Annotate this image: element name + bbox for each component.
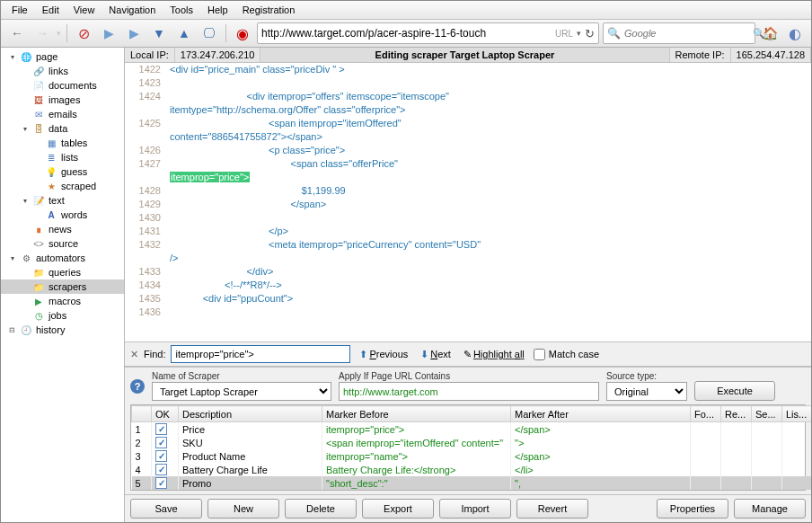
tree-emails[interactable]: ✉emails [1, 107, 124, 121]
find-prev-button[interactable]: ⬆Previous [356, 348, 411, 361]
search-box[interactable]: 🔍 🔍 [603, 22, 755, 44]
code-line[interactable]: itemprop="price"> [170, 171, 250, 184]
ok-checkbox[interactable]: ✓ [155, 450, 167, 462]
ok-checkbox[interactable]: ✓ [155, 423, 167, 435]
ok-checkbox[interactable]: ✓ [155, 464, 167, 475]
grid-header[interactable]: Fo... [691, 406, 721, 422]
url-contains-input[interactable] [339, 382, 599, 401]
url-input[interactable] [261, 27, 552, 40]
tree-automators[interactable]: ▾⚙automators [1, 251, 124, 265]
play2-button[interactable]: ▶ [123, 22, 145, 44]
grid-header[interactable]: Lis... [782, 406, 812, 422]
tree-text[interactable]: ▾📝text [1, 193, 124, 208]
grid-header[interactable]: Marker After [511, 406, 691, 422]
tree-source[interactable]: <>source [1, 236, 124, 251]
menu-file[interactable]: File [4, 3, 35, 17]
revert-button[interactable]: Revert [516, 499, 588, 519]
import-button[interactable]: Import [439, 499, 511, 519]
find-close-icon[interactable]: ✕ [130, 349, 138, 360]
code-line[interactable]: </span> [170, 198, 326, 211]
tree-documents[interactable]: 📄documents [1, 78, 124, 93]
up-button[interactable]: ▲ [173, 22, 195, 44]
table-row[interactable]: 1✓Priceitemprop="price"></span> [132, 422, 812, 437]
app-button[interactable]: ◐ [784, 22, 806, 44]
grid-header[interactable]: OK [152, 406, 179, 422]
manage-button[interactable]: Manage [734, 499, 806, 519]
menu-view[interactable]: View [66, 3, 102, 17]
scraper-name-select[interactable]: Target Laptop Scraper [152, 382, 331, 401]
grid-header[interactable]: Re... [721, 406, 752, 422]
code-line[interactable]: $1,199.99 [170, 184, 346, 198]
url-dropdown-icon[interactable]: ▾ [577, 29, 581, 38]
tree-scrapers[interactable]: 📁scrapers [1, 279, 124, 294]
tree-macros[interactable]: ▶macros [1, 294, 124, 308]
target-button[interactable]: ◉ [232, 22, 253, 44]
tree-guess[interactable]: 💡guess [1, 164, 124, 179]
ok-checkbox[interactable]: ✓ [155, 477, 167, 489]
code-line[interactable]: /> [170, 252, 178, 265]
tree-links[interactable]: 🔗links [1, 64, 124, 78]
back-button[interactable]: ← [6, 22, 28, 44]
grid-header[interactable]: Marker Before [322, 406, 511, 422]
home-button[interactable]: 🏠 [759, 22, 781, 44]
menu-registration[interactable]: Registration [235, 3, 303, 17]
url-box[interactable]: URL ▾ ↻ [257, 22, 599, 44]
match-case-checkbox[interactable]: Match case [534, 349, 599, 360]
forward-button[interactable]: → [31, 22, 53, 44]
tree-toggle-icon[interactable]: ▾ [21, 197, 29, 205]
tree-tables[interactable]: ▦tables [1, 136, 124, 150]
new-button[interactable]: New [207, 499, 279, 519]
highlight-all-button[interactable]: ✎Highlight all [460, 348, 528, 361]
grid-header[interactable]: Description [179, 406, 322, 422]
tree-lists[interactable]: ≣lists [1, 150, 124, 164]
tree-toggle-icon[interactable]: ▾ [8, 53, 16, 61]
table-row[interactable]: 2✓SKU<span itemprop="itemOffered" conten… [132, 436, 812, 449]
save-button[interactable]: Save [130, 499, 202, 519]
code-line[interactable]: <!--/**R8*/--> [170, 279, 282, 292]
find-input[interactable] [171, 345, 350, 363]
tree-scraped[interactable]: ★scraped [1, 179, 124, 193]
code-line[interactable]: </div> [170, 265, 274, 279]
export-button[interactable]: Export [362, 499, 434, 519]
stop-button[interactable]: ⊘ [73, 22, 94, 44]
tree-data[interactable]: ▾🗄data [1, 121, 124, 136]
code-line[interactable]: <p class="price"> [170, 144, 345, 157]
tree-news[interactable]: ∎news [1, 222, 124, 236]
tree-queries[interactable]: 📁queries [1, 265, 124, 279]
search-input[interactable] [624, 28, 749, 39]
menu-help[interactable]: Help [200, 3, 235, 17]
table-row[interactable]: 3✓Product Nameitemprop="name"></span> [132, 449, 812, 463]
code-view[interactable]: 1422<div id="price_main" class="priceDiv… [125, 63, 811, 341]
down-button[interactable]: ▼ [148, 22, 170, 44]
code-line[interactable]: <span itemprop="itemOffered" [170, 117, 402, 130]
menu-edit[interactable]: Edit [35, 3, 66, 17]
tree-words[interactable]: Awords [1, 208, 124, 222]
properties-button[interactable]: Properties [657, 499, 728, 519]
code-line[interactable]: itemtype="http://schema.org/Offer" class… [170, 103, 406, 117]
find-next-button[interactable]: ⬇Next [417, 348, 455, 361]
browser-button[interactable]: 🖵 [199, 22, 220, 44]
code-line[interactable]: <meta itemprop="priceCurrency" content="… [170, 238, 481, 252]
table-row[interactable]: 5✓Promo"short_desc":"", [132, 476, 812, 490]
tree-page[interactable]: ▾🌐page [1, 49, 124, 64]
ok-checkbox[interactable]: ✓ [155, 437, 167, 448]
scraper-grid[interactable]: OKDescriptionMarker BeforeMarker AfterFo… [130, 404, 806, 491]
menu-navigation[interactable]: Navigation [102, 3, 163, 17]
grid-header[interactable] [132, 406, 152, 422]
tree-images[interactable]: 🖼images [1, 93, 124, 107]
table-row[interactable]: 4✓Battery Charge LifeBattery Charge Life… [132, 463, 812, 476]
help-icon[interactable]: ? [130, 379, 145, 394]
grid-header[interactable]: Se... [752, 406, 782, 422]
play-button[interactable]: ▶ [98, 22, 119, 44]
tree-toggle-icon[interactable]: ▾ [21, 125, 29, 133]
code-line[interactable]: </p> [170, 225, 288, 238]
code-line[interactable]: <span class="offerPrice" [170, 157, 398, 171]
delete-button[interactable]: Delete [285, 499, 357, 519]
tree-history[interactable]: ⊟🕘history [1, 323, 124, 337]
menu-tools[interactable]: Tools [163, 3, 200, 17]
reload-icon[interactable]: ↻ [585, 27, 595, 40]
execute-button[interactable]: Execute [694, 381, 775, 401]
tree-toggle-icon[interactable]: ⊟ [8, 326, 16, 334]
tree-toggle-icon[interactable]: ▾ [8, 254, 16, 262]
source-type-select[interactable]: Original [606, 382, 687, 401]
